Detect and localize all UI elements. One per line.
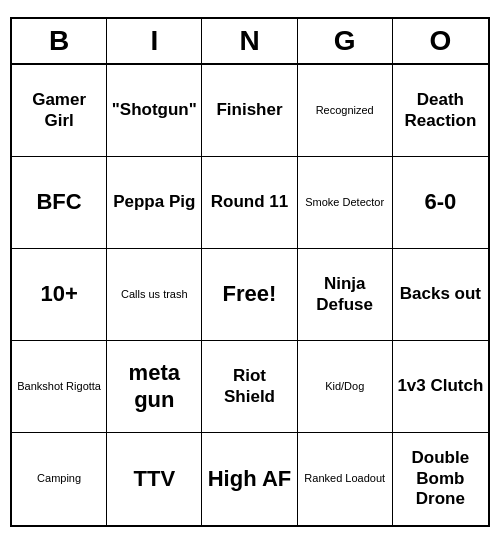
bingo-cell: Calls us trash — [107, 249, 202, 341]
cell-text: Kid/Dog — [325, 380, 364, 393]
cell-text: Riot Shield — [206, 366, 292, 407]
cell-text: Recognized — [316, 104, 374, 117]
bingo-cell: Kid/Dog — [298, 341, 393, 433]
cell-text: meta gun — [111, 360, 197, 413]
cell-text: Ranked Loadout — [304, 472, 385, 485]
bingo-card: BINGO Gamer Girl"Shotgun"FinisherRecogni… — [10, 17, 490, 527]
bingo-cell: Peppa Pig — [107, 157, 202, 249]
bingo-cell: Gamer Girl — [12, 65, 107, 157]
bingo-cell: Camping — [12, 433, 107, 525]
bingo-cell: Recognized — [298, 65, 393, 157]
bingo-cell: "Shotgun" — [107, 65, 202, 157]
bingo-cell: 10+ — [12, 249, 107, 341]
cell-text: Bankshot Rigotta — [17, 380, 101, 393]
cell-text: Death Reaction — [397, 90, 484, 131]
bingo-grid: Gamer Girl"Shotgun"FinisherRecognizedDea… — [12, 65, 488, 525]
cell-text: Peppa Pig — [113, 192, 195, 212]
bingo-cell: Double Bomb Drone — [393, 433, 488, 525]
bingo-cell: Bankshot Rigotta — [12, 341, 107, 433]
cell-text: "Shotgun" — [112, 100, 197, 120]
bingo-cell: Backs out — [393, 249, 488, 341]
bingo-header: BINGO — [12, 19, 488, 65]
cell-text: Double Bomb Drone — [397, 448, 484, 509]
header-letter: N — [202, 19, 297, 63]
cell-text: Backs out — [400, 284, 481, 304]
cell-text: 1v3 Clutch — [397, 376, 483, 396]
cell-text: Camping — [37, 472, 81, 485]
bingo-cell: meta gun — [107, 341, 202, 433]
bingo-cell: Ranked Loadout — [298, 433, 393, 525]
bingo-cell: TTV — [107, 433, 202, 525]
bingo-cell: BFC — [12, 157, 107, 249]
header-letter: G — [298, 19, 393, 63]
cell-text: Finisher — [216, 100, 282, 120]
header-letter: B — [12, 19, 107, 63]
bingo-cell: Round 11 — [202, 157, 297, 249]
bingo-cell: Death Reaction — [393, 65, 488, 157]
cell-text: Gamer Girl — [16, 90, 102, 131]
bingo-cell: Riot Shield — [202, 341, 297, 433]
header-letter: O — [393, 19, 488, 63]
cell-text: 10+ — [40, 281, 77, 307]
cell-text: TTV — [134, 466, 176, 492]
header-letter: I — [107, 19, 202, 63]
bingo-cell: Free! — [202, 249, 297, 341]
bingo-cell: Smoke Detector — [298, 157, 393, 249]
bingo-cell: High AF — [202, 433, 297, 525]
cell-text: Free! — [223, 281, 277, 307]
cell-text: Ninja Defuse — [302, 274, 388, 315]
cell-text: BFC — [36, 189, 81, 215]
cell-text: 6-0 — [424, 189, 456, 215]
bingo-cell: 6-0 — [393, 157, 488, 249]
bingo-cell: Finisher — [202, 65, 297, 157]
bingo-cell: Ninja Defuse — [298, 249, 393, 341]
cell-text: Round 11 — [211, 192, 288, 212]
bingo-cell: 1v3 Clutch — [393, 341, 488, 433]
cell-text: High AF — [208, 466, 292, 492]
cell-text: Smoke Detector — [305, 196, 384, 209]
cell-text: Calls us trash — [121, 288, 188, 301]
